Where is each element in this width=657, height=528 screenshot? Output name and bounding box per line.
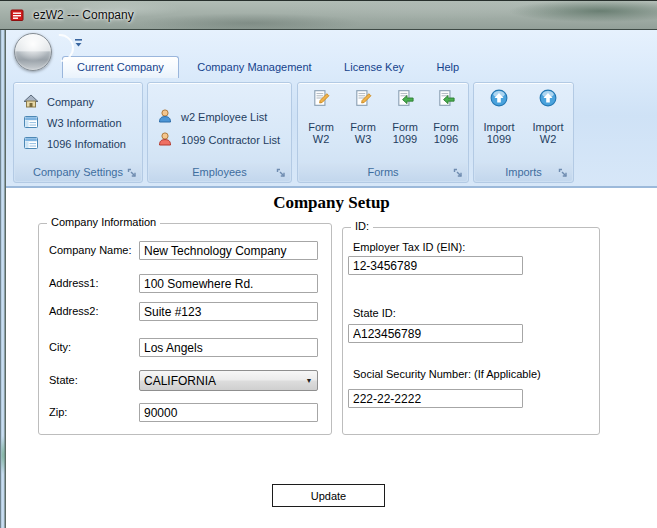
state-label: State: bbox=[49, 374, 78, 386]
ribbon-item-label: W3 Information bbox=[47, 117, 122, 129]
home-icon bbox=[23, 93, 39, 111]
big-btn-label: 1099 bbox=[487, 133, 511, 145]
import-icon bbox=[490, 89, 508, 107]
company-name-label: Company Name: bbox=[49, 244, 132, 256]
form-w2-button[interactable]: Form W2 bbox=[300, 86, 342, 145]
big-btn-label: W3 bbox=[355, 133, 372, 145]
big-btn-label: Form bbox=[308, 121, 334, 133]
ribbon-item-label: Company bbox=[47, 96, 94, 108]
group-caption-company-settings: Company Settings bbox=[15, 163, 141, 181]
ribbon-group-company-settings: Company W3 Information bbox=[13, 82, 143, 183]
import-icon bbox=[539, 89, 557, 107]
id-group-caption: ID: bbox=[351, 220, 373, 232]
dialog-launcher-icon[interactable] bbox=[275, 166, 287, 178]
ssn-label: Social Security Number: (If Applicable) bbox=[353, 368, 541, 380]
form-1096-button[interactable]: Form 1096 bbox=[425, 86, 467, 145]
id-group: ID: Employer Tax ID (EIN): State ID: Soc… bbox=[342, 227, 600, 435]
big-btn-label: 1096 bbox=[434, 133, 458, 145]
group-caption-label: Company Settings bbox=[33, 166, 123, 178]
application-menu-button[interactable] bbox=[14, 33, 52, 71]
import-w2-button[interactable]: Import W2 bbox=[524, 86, 572, 145]
zip-input[interactable] bbox=[139, 403, 318, 422]
ribbon-item-company[interactable]: Company bbox=[23, 92, 136, 111]
ribbon-group-forms: Form W2 Form W3 bbox=[297, 82, 469, 183]
import-1099-button[interactable]: Import 1099 bbox=[475, 86, 523, 145]
tab-current-company[interactable]: Current Company bbox=[62, 56, 179, 78]
ribbon-item-w3-information[interactable]: W3 Information bbox=[23, 113, 136, 132]
dialog-launcher-icon[interactable] bbox=[452, 166, 464, 178]
company-information-group-caption: Company Information bbox=[47, 216, 160, 228]
ribbon-group-employees: w2 Employee List 1099 Contractor List Em… bbox=[147, 82, 292, 183]
big-btn-label: W2 bbox=[313, 133, 330, 145]
ein-input[interactable] bbox=[348, 256, 523, 275]
state-id-label: State ID: bbox=[353, 307, 396, 319]
company-information-group: Company Information Company Name: Addres… bbox=[38, 223, 332, 435]
form-edit-icon bbox=[312, 89, 330, 107]
tab-help[interactable]: Help bbox=[422, 56, 473, 78]
person-blue-icon bbox=[157, 108, 173, 126]
window-title: ezW2 --- Company bbox=[33, 8, 134, 22]
ribbon-item-label: 1099 Contractor List bbox=[181, 134, 280, 146]
form-w3-button[interactable]: Form W3 bbox=[342, 86, 384, 145]
big-btn-label: Form bbox=[392, 121, 418, 133]
titlebar[interactable]: ezW2 --- Company bbox=[0, 0, 657, 30]
big-btn-label: W2 bbox=[540, 133, 557, 145]
state-select-value: CALIFORNIA bbox=[140, 374, 301, 388]
ribbon-group-imports: Import 1099 Import W2 Imports bbox=[473, 82, 574, 183]
ribbon-item-w2-employee-list[interactable]: w2 Employee List bbox=[157, 107, 285, 126]
zip-label: Zip: bbox=[49, 406, 67, 418]
dialog-launcher-icon[interactable] bbox=[126, 166, 138, 178]
ezw2-app-icon[interactable] bbox=[9, 7, 25, 23]
form-table-icon bbox=[23, 114, 39, 132]
address1-input[interactable] bbox=[139, 274, 318, 293]
group-caption-label: Imports bbox=[505, 166, 542, 178]
address2-input[interactable] bbox=[139, 302, 318, 321]
ribbon: Current Company Company Management Licen… bbox=[6, 30, 657, 188]
address2-label: Address2: bbox=[49, 305, 99, 317]
group-caption-label: Forms bbox=[367, 166, 398, 178]
dialog-launcher-icon[interactable] bbox=[557, 166, 569, 178]
person-red-icon bbox=[157, 131, 173, 149]
ribbon-item-label: w2 Employee List bbox=[181, 111, 267, 123]
form-edit-icon bbox=[354, 89, 372, 107]
ssn-input[interactable] bbox=[348, 389, 523, 408]
form-export-icon bbox=[437, 89, 455, 107]
update-button[interactable]: Update bbox=[272, 484, 385, 507]
group-caption-label: Employees bbox=[192, 166, 246, 178]
group-caption-employees: Employees bbox=[149, 163, 290, 181]
page-title: Company Setup bbox=[6, 193, 657, 213]
state-id-input[interactable] bbox=[348, 324, 523, 343]
big-btn-label: Form bbox=[350, 121, 376, 133]
ribbon-tab-row: Current Company Company Management Licen… bbox=[6, 56, 657, 78]
app-window: { "window": { "title": "ezW2 --- Company… bbox=[0, 0, 657, 528]
big-btn-label: Import bbox=[483, 121, 514, 133]
tab-license-key[interactable]: License Key bbox=[330, 56, 418, 78]
form-1099-button[interactable]: Form 1099 bbox=[384, 86, 426, 145]
form-table-icon bbox=[23, 135, 39, 153]
form-export-icon bbox=[396, 89, 414, 107]
city-input[interactable] bbox=[139, 338, 318, 357]
address1-label: Address1: bbox=[49, 277, 99, 289]
big-btn-label: Import bbox=[532, 121, 563, 133]
group-caption-forms: Forms bbox=[299, 163, 467, 181]
ribbon-item-label: 1096 Infomation bbox=[47, 138, 126, 150]
chevron-down-icon: ▼ bbox=[301, 377, 317, 384]
group-caption-imports: Imports bbox=[475, 163, 572, 181]
quick-access-dropdown-icon[interactable] bbox=[73, 38, 84, 48]
ein-label: Employer Tax ID (EIN): bbox=[353, 241, 465, 253]
ribbon-item-1099-contractor-list[interactable]: 1099 Contractor List bbox=[157, 130, 285, 149]
main-content: Company Setup Company Information Compan… bbox=[6, 188, 657, 528]
big-btn-label: Form bbox=[433, 121, 459, 133]
city-label: City: bbox=[49, 341, 71, 353]
ribbon-item-1096-infomation[interactable]: 1096 Infomation bbox=[23, 134, 136, 153]
company-name-input[interactable] bbox=[139, 241, 318, 260]
tab-company-management[interactable]: Company Management bbox=[183, 56, 325, 78]
state-select[interactable]: CALIFORNIA ▼ bbox=[139, 370, 318, 391]
big-btn-label: 1099 bbox=[393, 133, 417, 145]
